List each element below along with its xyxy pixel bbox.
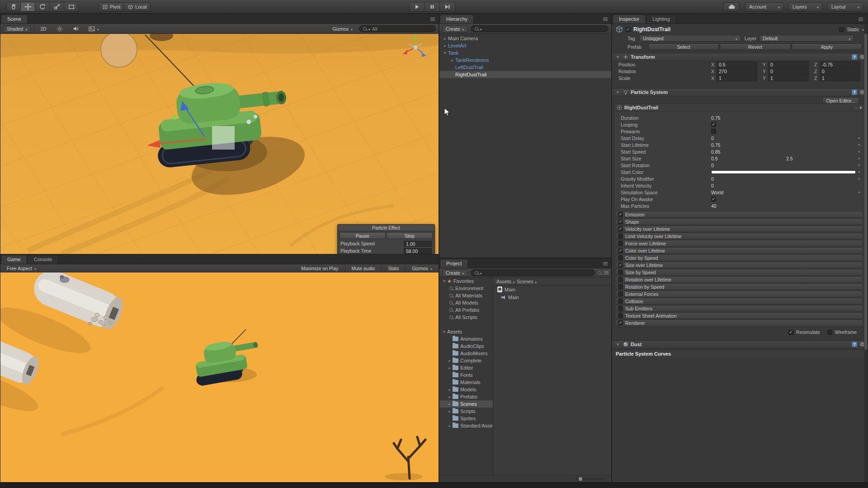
project-search-input[interactable] — [471, 269, 595, 276]
start-speed-field[interactable]: 0.85 — [711, 149, 786, 155]
folder-standard-assets[interactable]: ▸Standard Assets — [439, 422, 493, 429]
module-checkbox[interactable] — [618, 241, 623, 246]
gizmos-dropdown[interactable]: Gizmos — [329, 25, 356, 33]
info-icon[interactable] — [855, 105, 857, 110]
move-gizmo-y-handle[interactable] — [172, 115, 176, 119]
tab-inspector[interactable]: Inspector — [613, 14, 646, 23]
scale-z-field[interactable]: 1 — [820, 75, 860, 81]
active-checkbox[interactable]: ✓ — [626, 27, 631, 32]
favorite-all-prefabs[interactable]: All Prefabs — [439, 306, 493, 314]
mute-audio-toggle[interactable]: Mute audio — [348, 265, 379, 272]
module-checkbox[interactable] — [618, 313, 623, 318]
particle-pause-button[interactable]: Pause — [340, 232, 386, 239]
assets-root[interactable]: ▼ Assets — [439, 328, 493, 335]
folder-scripts[interactable]: ▸Scripts — [439, 408, 493, 415]
maximize-on-play-toggle[interactable]: Maximize on Play — [297, 265, 342, 272]
step-button[interactable] — [440, 2, 455, 12]
folder-animators[interactable]: Animators — [439, 335, 493, 343]
scale-tool-button[interactable] — [50, 2, 64, 12]
tab-scene[interactable]: Scene — [1, 14, 28, 23]
foldout-icon[interactable]: ▸ — [447, 395, 453, 399]
transform-header[interactable]: ▼ Transform — [612, 53, 868, 61]
max-particles-field[interactable]: 40 — [711, 203, 786, 209]
playback-speed-field[interactable]: 1.00 — [404, 241, 432, 247]
module-checkbox[interactable]: ✓ — [618, 248, 623, 253]
position-x-field[interactable]: 0.5 — [717, 61, 757, 68]
module-sub-emitters[interactable]: Sub Emitters — [616, 305, 863, 312]
pivot-toggle-button[interactable]: Pivot — [99, 2, 124, 11]
search-by-type-icon[interactable] — [598, 271, 601, 275]
folder-complete[interactable]: ▸Complete — [439, 357, 493, 364]
panel-menu-icon[interactable] — [859, 18, 863, 21]
foldout-icon[interactable]: ▸ — [449, 58, 455, 62]
play-button[interactable] — [409, 2, 425, 12]
simulation-space-dropdown[interactable]: World — [711, 190, 786, 195]
foldout-icon[interactable]: ▼ — [442, 51, 448, 55]
module-checkbox[interactable]: ✓ — [618, 212, 623, 217]
layer-dropdown[interactable]: Default — [759, 35, 854, 42]
asset-main-scene[interactable]: Main — [494, 286, 611, 293]
inherit-velocity-field[interactable]: 0 — [711, 183, 786, 188]
start-rotation-field[interactable]: 0 — [711, 163, 786, 168]
prefab-revert-button[interactable]: Revert — [720, 43, 790, 50]
rotation-y-field[interactable]: 0 — [768, 68, 809, 75]
2d-toggle[interactable]: 2D — [37, 25, 50, 33]
module-texture-sheet-animation[interactable]: Texture Sheet Animation — [616, 312, 863, 319]
module-size-over-lifetime[interactable]: ✓Size over Lifetime — [616, 262, 863, 268]
module-checkbox[interactable]: ✓ — [618, 320, 623, 325]
hierarchy-item-leftdusttrail[interactable]: LeftDustTrail — [439, 64, 611, 71]
foldout-icon[interactable]: ▼ — [615, 343, 621, 347]
module-external-forces[interactable]: External Forces — [616, 291, 863, 297]
module-checkbox[interactable] — [618, 291, 623, 296]
tab-hierarchy[interactable]: Hierarchy — [440, 14, 474, 23]
foldout-icon[interactable]: ▸ — [447, 366, 453, 370]
panel-menu-icon[interactable] — [603, 18, 608, 21]
foldout-icon[interactable]: ▸ — [447, 359, 453, 363]
local-toggle-button[interactable]: Local — [124, 2, 151, 11]
scene-lighting-toggle[interactable] — [53, 25, 66, 33]
module-rotation-by-speed[interactable]: Rotation by Speed — [616, 283, 863, 290]
start-delay-field[interactable]: 0 — [711, 136, 786, 141]
main-module-header[interactable]: RightDustTrail — [614, 104, 864, 112]
scrollbar-thumb[interactable] — [864, 33, 867, 350]
folder-prefabs[interactable]: ▸Prefabs — [439, 393, 493, 400]
breadcrumb-scenes[interactable]: Scenes — [517, 279, 533, 284]
module-checkbox[interactable]: ✓ — [618, 226, 623, 231]
column-view-icon[interactable] — [604, 271, 609, 274]
aspect-dropdown[interactable]: Free Aspect — [3, 265, 40, 272]
rotation-z-field[interactable]: 0 — [820, 68, 860, 75]
asset-main-audio[interactable]: Main — [494, 293, 611, 301]
static-checkbox[interactable] — [839, 27, 844, 32]
prewarm-checkbox[interactable] — [711, 129, 716, 134]
tab-game[interactable]: Game — [1, 255, 27, 264]
material-header[interactable]: ▼ Dust — [612, 340, 868, 348]
foldout-icon[interactable]: ▼ — [441, 279, 447, 283]
foldout-icon[interactable]: ▸ — [442, 44, 448, 48]
looping-checkbox[interactable]: ✓ — [711, 122, 716, 127]
foldout-icon[interactable]: ▸ — [447, 388, 453, 392]
module-checkbox[interactable] — [618, 255, 623, 260]
tab-lighting[interactable]: Lighting — [646, 14, 676, 23]
module-emission[interactable]: ✓Emission — [616, 211, 863, 218]
start-lifetime-field[interactable]: 0.75 — [711, 142, 786, 148]
thumbnail-size-slider[interactable] — [575, 479, 605, 479]
move-gizmo-plane-handle[interactable] — [212, 126, 235, 150]
layers-dropdown[interactable]: Layers — [788, 2, 823, 11]
tab-console[interactable]: Console — [28, 255, 58, 264]
hierarchy-search-input[interactable] — [471, 25, 609, 32]
scene-effects-dropdown[interactable] — [85, 25, 103, 33]
module-limit-velocity-over-lifetime[interactable]: Limit Velocity over Lifetime — [616, 233, 863, 239]
module-rotation-over-lifetime[interactable]: Rotation over Lifetime — [616, 276, 863, 283]
gizmo-center-cube[interactable] — [414, 46, 417, 49]
favorite-all-scripts[interactable]: All Scripts — [439, 314, 493, 321]
hierarchy-item-rightdusttrail[interactable]: RightDustTrail — [439, 71, 611, 78]
module-checkbox[interactable]: ✓ — [618, 219, 623, 224]
breadcrumb-assets[interactable]: Assets — [496, 279, 511, 284]
help-icon[interactable] — [852, 54, 857, 60]
plus-icon[interactable] — [859, 105, 862, 110]
rotation-x-field[interactable]: 270 — [717, 68, 757, 75]
foldout-icon[interactable]: ▸ — [447, 424, 453, 428]
module-checkbox[interactable] — [618, 299, 623, 304]
module-shape[interactable]: ✓Shape — [616, 218, 863, 225]
foldout-icon[interactable]: ▼ — [441, 330, 447, 334]
